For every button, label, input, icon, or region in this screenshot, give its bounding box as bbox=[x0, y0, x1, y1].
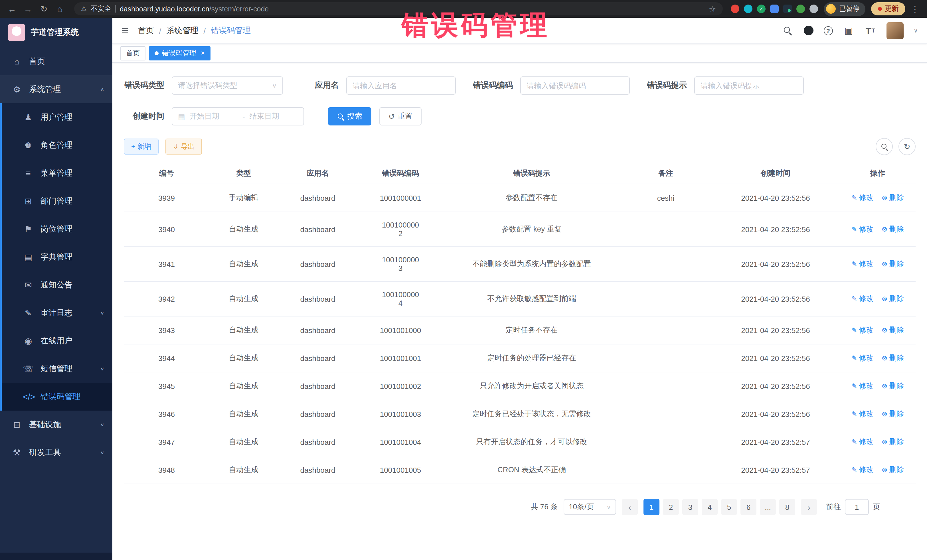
forward-icon[interactable]: → bbox=[22, 4, 34, 14]
sidebar-item-dept[interactable]: ⊞部门管理 bbox=[0, 187, 112, 215]
edit-link[interactable]: ✎修改 bbox=[851, 259, 874, 269]
delete-link[interactable]: ⊗删除 bbox=[881, 465, 904, 475]
search-icon[interactable] bbox=[782, 25, 793, 36]
add-button[interactable]: + 新增 bbox=[124, 138, 159, 155]
user-avatar[interactable] bbox=[886, 22, 903, 39]
delete-link[interactable]: ⊗删除 bbox=[881, 193, 904, 203]
dark-badge-extension-icon[interactable] bbox=[783, 5, 792, 13]
green-check-extension-icon[interactable] bbox=[757, 5, 766, 13]
edit-link[interactable]: ✎修改 bbox=[851, 294, 874, 304]
bookmark-star-icon[interactable]: ☆ bbox=[709, 4, 716, 14]
sidebar-item-post[interactable]: ⚑岗位管理 bbox=[0, 215, 112, 243]
warning-icon: ⚠ bbox=[81, 5, 87, 12]
github-icon[interactable] bbox=[804, 26, 813, 35]
reset-button[interactable]: ↺ 重置 bbox=[379, 107, 422, 126]
sidebar-item-notice[interactable]: ✉通知公告 bbox=[0, 271, 112, 299]
sidebar-item-dict[interactable]: ▤字典管理 bbox=[0, 243, 112, 271]
sidebar-item-sms[interactable]: ☏短信管理∨ bbox=[0, 355, 112, 382]
blue-grid-extension-icon[interactable] bbox=[770, 5, 779, 13]
edit-link[interactable]: ✎修改 bbox=[851, 224, 874, 234]
page-button-6[interactable]: 6 bbox=[740, 499, 757, 515]
browser-home-icon[interactable]: ⌂ bbox=[54, 4, 66, 14]
refresh-table-button[interactable]: ↻ bbox=[898, 138, 916, 155]
table-row: 3941自动生成dashboard100100000 3不能删除类型为系统内置的… bbox=[124, 247, 916, 281]
search-button[interactable]: 搜索 bbox=[328, 107, 371, 126]
delete-link[interactable]: ⊗删除 bbox=[881, 224, 904, 234]
date-range-picker[interactable]: ▦ 开始日期 - 结束日期 bbox=[172, 107, 304, 126]
goto-page-input[interactable] bbox=[845, 499, 869, 515]
profile-chip[interactable]: 已暂停 bbox=[824, 2, 865, 16]
sidebar-item-online[interactable]: ◉在线用户 bbox=[0, 327, 112, 355]
breadcrumb-system[interactable]: 系统管理 bbox=[166, 25, 198, 36]
delete-link[interactable]: ⊗删除 bbox=[881, 381, 904, 391]
sidebar-item-home[interactable]: ⌂首页 bbox=[0, 47, 112, 75]
font-size-icon[interactable]: T bbox=[865, 25, 876, 36]
sidebar-item-label: 菜单管理 bbox=[41, 168, 104, 178]
edit-link[interactable]: ✎修改 bbox=[851, 437, 874, 447]
delete-link[interactable]: ⊗删除 bbox=[881, 437, 904, 447]
sidebar-item-tools[interactable]: ⚒研发工具∨ bbox=[0, 439, 112, 466]
page-button-5[interactable]: 5 bbox=[721, 499, 737, 515]
help-icon[interactable]: ? bbox=[824, 26, 833, 35]
green-leaf-extension-icon[interactable] bbox=[796, 5, 805, 13]
cell-id: 3946 bbox=[124, 400, 209, 428]
teal-drop-extension-icon[interactable] bbox=[744, 5, 752, 13]
delete-link-label: 删除 bbox=[889, 294, 904, 304]
cell-remark bbox=[620, 316, 711, 344]
tab-error-code[interactable]: 错误码管理 × bbox=[149, 46, 211, 60]
page-button-4[interactable]: 4 bbox=[702, 499, 718, 515]
page-button-2[interactable]: 2 bbox=[663, 499, 679, 515]
end-date-placeholder: 结束日期 bbox=[249, 111, 298, 121]
page-ellipsis[interactable]: ... bbox=[760, 499, 776, 515]
red-record-extension-icon[interactable] bbox=[731, 5, 739, 13]
edit-link[interactable]: ✎修改 bbox=[851, 409, 874, 419]
page-button-1[interactable]: 1 bbox=[643, 499, 660, 515]
cell-id: 3948 bbox=[124, 456, 209, 484]
sidebar-item-infra[interactable]: ⊟基础设施∨ bbox=[0, 411, 112, 439]
tab-close-icon[interactable]: × bbox=[201, 49, 205, 57]
breadcrumb-home[interactable]: 首页 bbox=[138, 25, 154, 36]
delete-link[interactable]: ⊗删除 bbox=[881, 409, 904, 419]
sidebar-item-audit[interactable]: ✎审计日志∨ bbox=[0, 299, 112, 327]
address-bar[interactable]: ⚠ 不安全 dashboard.yudao.iocoder.cn/system/… bbox=[74, 2, 723, 15]
delete-link[interactable]: ⊗删除 bbox=[881, 259, 904, 269]
app-name-input[interactable] bbox=[346, 76, 456, 95]
next-page-button[interactable]: › bbox=[801, 499, 817, 515]
page-size-select[interactable]: 10条/页 ∨ bbox=[564, 499, 616, 515]
error-hint-input[interactable] bbox=[694, 76, 804, 95]
delete-link[interactable]: ⊗删除 bbox=[881, 353, 904, 363]
delete-link[interactable]: ⊗删除 bbox=[881, 325, 904, 335]
error-code-input[interactable] bbox=[520, 76, 630, 95]
page-button-3[interactable]: 3 bbox=[682, 499, 698, 515]
sidebar-item-system[interactable]: ⚙系统管理∧ bbox=[0, 75, 112, 103]
avatar-caret-icon[interactable]: ∨ bbox=[913, 27, 918, 33]
hamburger-icon[interactable]: ≡ bbox=[122, 23, 129, 38]
delete-link[interactable]: ⊗删除 bbox=[881, 294, 904, 304]
edit-link[interactable]: ✎修改 bbox=[851, 465, 874, 475]
export-button[interactable]: ⇩ 导出 bbox=[166, 138, 202, 155]
update-button[interactable]: 更新 bbox=[871, 2, 905, 15]
table-row: 3939手动编辑dashboard1001000001参数配置不存在ceshi2… bbox=[124, 184, 916, 212]
sidebar-item-role[interactable]: ♚角色管理 bbox=[0, 131, 112, 159]
tab-home[interactable]: 首页 bbox=[120, 46, 146, 60]
sidebar-item-errcode[interactable]: </>错误码管理 bbox=[0, 382, 112, 411]
fullscreen-icon[interactable]: ▣ bbox=[843, 25, 854, 36]
logo[interactable]: 芋道管理系统 bbox=[0, 18, 112, 47]
cell-id: 3940 bbox=[124, 212, 209, 247]
toggle-search-button[interactable] bbox=[876, 138, 893, 155]
sidebar-item-user[interactable]: ♟用户管理 bbox=[0, 103, 112, 131]
delete-link-label: 删除 bbox=[889, 325, 904, 335]
reload-icon[interactable]: ↻ bbox=[38, 4, 50, 14]
edit-link[interactable]: ✎修改 bbox=[851, 353, 874, 363]
edit-link[interactable]: ✎修改 bbox=[851, 193, 874, 203]
sidebar-item-menu[interactable]: ≡菜单管理 bbox=[0, 159, 112, 187]
browser-menu-icon[interactable]: ⋮ bbox=[909, 4, 921, 14]
delete-link-label: 删除 bbox=[889, 353, 904, 363]
edit-link[interactable]: ✎修改 bbox=[851, 381, 874, 391]
prev-page-button[interactable]: ‹ bbox=[622, 499, 638, 515]
error-type-select[interactable]: 请选择错误码类型 ∨ bbox=[172, 76, 283, 95]
back-icon[interactable]: ← bbox=[6, 4, 18, 14]
puzzle-extension-icon[interactable] bbox=[810, 5, 818, 13]
edit-link[interactable]: ✎修改 bbox=[851, 325, 874, 335]
page-button-8[interactable]: 8 bbox=[779, 499, 795, 515]
